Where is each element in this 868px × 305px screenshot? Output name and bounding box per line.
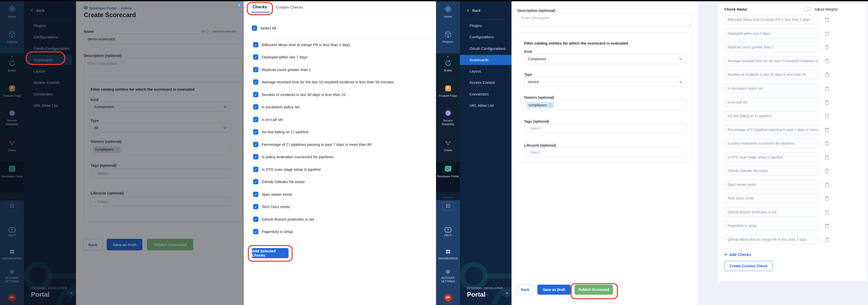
check-checkbox[interactable] xyxy=(253,67,258,72)
check-name-input[interactable]: Bitbucket Mean time to merge PR is less … xyxy=(724,15,819,24)
delete-check-icon[interactable] xyxy=(825,44,830,50)
delete-check-icon[interactable] xyxy=(825,100,830,105)
check-name-input[interactable]: No test failing on CI pipeline xyxy=(724,111,819,121)
tab-checks[interactable]: Checks xyxy=(253,5,267,9)
sidebar-item-home[interactable]: Home xyxy=(436,5,460,19)
publish-scorecard-button[interactable]: Publish Scorecard xyxy=(575,285,613,295)
check-row: GitHub Branch protection is set xyxy=(724,207,830,217)
subnav-item-oauth-configurations[interactable]: OAuth Configurations xyxy=(460,44,512,54)
delete-check-icon[interactable] xyxy=(825,195,830,201)
check-row: Replicas count greater than 1 xyxy=(724,42,830,52)
tags-select[interactable]: - Select - xyxy=(524,124,686,133)
description-input[interactable]: Enter Description xyxy=(518,12,692,27)
modal-backdrop[interactable] xyxy=(0,0,243,305)
check-name-input[interactable]: Percentage of CI pipelines passing in pa… xyxy=(724,125,819,135)
delete-check-icon[interactable] xyxy=(825,237,830,242)
delete-check-icon[interactable] xyxy=(825,17,830,22)
check-name-input[interactable]: Average resolved time for the last 10 re… xyxy=(724,56,819,66)
close-modal-button[interactable] xyxy=(236,2,243,8)
account-logo[interactable]: DP xyxy=(436,294,460,302)
feature-flags-icon xyxy=(444,85,452,93)
subnav-item-access-control[interactable]: Access Control xyxy=(460,78,512,88)
sidebar-item-help[interactable]: HELP xyxy=(436,227,460,237)
add-checks-modal: Checks Custom Checks Select All Bitbucke… xyxy=(243,1,436,305)
check-checkbox[interactable] xyxy=(253,229,258,234)
sidebar-item-builds[interactable]: Builds xyxy=(436,60,460,73)
sidebar-item-dashboards[interactable]: DASHBOARDS xyxy=(436,249,460,260)
module-grid-button[interactable] xyxy=(442,202,454,211)
delete-check-icon[interactable] xyxy=(825,58,830,64)
delete-check-icon[interactable] xyxy=(825,141,830,146)
check-name-input[interactable]: Spec owner exists xyxy=(724,180,819,189)
check-name-input[interactable]: Deployed within last 7 days xyxy=(724,29,819,38)
check-checkbox[interactable] xyxy=(253,167,258,172)
check-name-input[interactable]: GitHub Branch protection is set xyxy=(724,207,819,217)
check-checkbox[interactable] xyxy=(253,79,258,85)
check-checkbox[interactable] xyxy=(253,192,258,197)
subnav-item-configurations[interactable]: Configurations xyxy=(460,32,512,42)
check-checkbox[interactable] xyxy=(253,204,258,209)
sidebar-item-service-reliability[interactable]: Service Reliability xyxy=(436,110,460,126)
subnav-item-url-allow-list[interactable]: URL Allow List xyxy=(460,101,512,111)
check-name-input[interactable]: GitHub Gitleaks file exists xyxy=(724,166,819,175)
check-name-input[interactable]: Is on-call set xyxy=(724,98,819,107)
remove-owner-icon[interactable] xyxy=(549,103,552,107)
check-name-input[interactable]: Tech Docs exists xyxy=(724,193,819,203)
check-checkbox[interactable] xyxy=(253,154,258,160)
check-name-input[interactable]: Is STO scan stage setup in pipeline xyxy=(724,152,819,162)
check-checkbox[interactable] xyxy=(253,54,258,60)
select-all-checkbox[interactable] xyxy=(252,25,257,31)
check-name-input[interactable]: Number of incidents in last 30 days is l… xyxy=(724,70,819,79)
check-row: No test failing on CI pipeline xyxy=(724,111,830,121)
delete-check-icon[interactable] xyxy=(825,86,830,91)
delete-check-icon[interactable] xyxy=(825,168,830,173)
check-option: Number of incidents in last 30 days is l… xyxy=(253,92,346,97)
sidebar-item-feature-flags[interactable]: Feature Flags xyxy=(436,85,460,98)
help-icon xyxy=(445,227,452,232)
check-checkbox[interactable] xyxy=(253,217,258,222)
delete-check-icon[interactable] xyxy=(825,209,830,215)
check-checkbox[interactable] xyxy=(253,129,258,135)
subnav-item-layout[interactable]: Layout xyxy=(460,66,512,76)
create-custom-check-button[interactable]: Create Custom Check xyxy=(724,261,773,271)
back-button[interactable]: Back xyxy=(516,285,534,295)
tab-custom-checks[interactable]: Custom Checks xyxy=(276,5,303,9)
check-name-input[interactable]: Replicas count greater than 1 xyxy=(724,42,819,52)
back-nav-button[interactable]: Back xyxy=(467,8,480,12)
delete-check-icon[interactable] xyxy=(825,31,830,36)
save-as-draft-button[interactable]: Save as Draft xyxy=(537,285,570,295)
subnav-item-scorecards-selected[interactable]: Scorecards xyxy=(460,55,512,65)
check-checkbox[interactable] xyxy=(253,117,258,122)
delete-check-icon[interactable] xyxy=(825,223,830,228)
subnav-item-plugins[interactable]: Plugins xyxy=(460,21,512,31)
kind-select[interactable]: Component xyxy=(524,54,686,64)
plus-icon xyxy=(724,252,727,257)
sidebar-item-account-settings[interactable]: ACCOUNT SETTINGS xyxy=(436,269,460,283)
add-selected-checks-button[interactable]: Add Selected Checks xyxy=(252,248,288,258)
check-name-input[interactable]: Is escalation policy set xyxy=(724,84,819,93)
type-select[interactable]: service xyxy=(524,77,686,87)
check-checkbox[interactable] xyxy=(253,92,258,97)
adjust-weights-toggle[interactable] xyxy=(803,6,812,11)
check-name-input[interactable]: Pagerduty is setup xyxy=(724,221,819,230)
check-checkbox[interactable] xyxy=(253,179,258,184)
add-checks-link[interactable]: Add Checks xyxy=(724,252,751,257)
delete-check-icon[interactable] xyxy=(825,113,830,119)
check-checkbox[interactable] xyxy=(253,142,258,147)
delete-check-icon[interactable] xyxy=(825,182,830,187)
sidebar-item-developer-portal[interactable]: Developer Portal xyxy=(436,165,460,178)
delete-check-icon[interactable] xyxy=(825,127,830,133)
scroll-up-icon[interactable] xyxy=(436,55,460,58)
check-name-input[interactable]: Is policy evaluation successful for pipe… xyxy=(724,139,819,148)
sidebar-item-chaos[interactable]: Chaos xyxy=(436,139,460,152)
check-checkbox[interactable] xyxy=(253,104,258,110)
check-name-input[interactable]: GitHub Mean time to merge PR is less tha… xyxy=(724,235,819,244)
sidebar-item-projects[interactable]: Projects xyxy=(436,31,460,44)
delete-check-icon[interactable] xyxy=(825,72,830,77)
owner-chip[interactable]: ccmplayacc xyxy=(526,102,554,108)
subnav-item-connectors[interactable]: Connectors xyxy=(460,89,512,99)
owners-input[interactable]: ccmplayacc xyxy=(524,100,686,110)
check-checkbox[interactable] xyxy=(253,42,258,47)
delete-check-icon[interactable] xyxy=(825,155,830,160)
lifecycle-select[interactable]: - Select - xyxy=(524,147,686,157)
